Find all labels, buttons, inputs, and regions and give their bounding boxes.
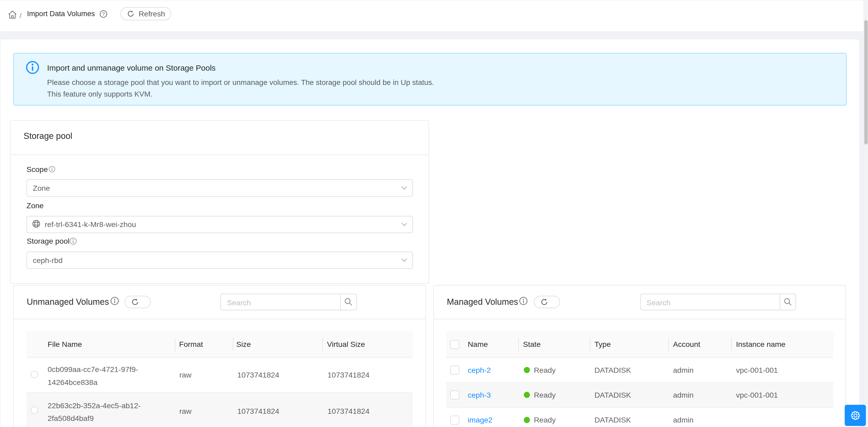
svg-text:?: ?	[102, 12, 104, 17]
